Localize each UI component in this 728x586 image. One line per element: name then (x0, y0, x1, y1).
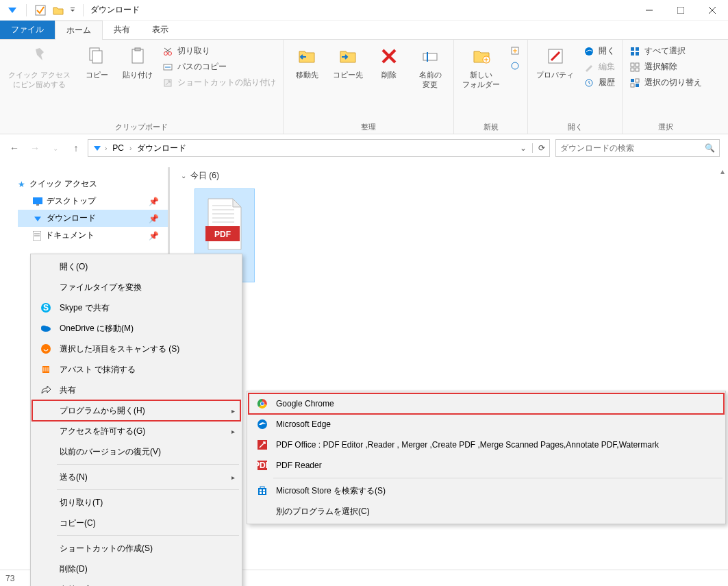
move-to-button[interactable]: 移動先 (288, 42, 326, 82)
recent-dropdown[interactable]: ⌄ (49, 145, 62, 152)
svg-rect-7 (92, 51, 102, 63)
back-button[interactable]: ← (8, 143, 21, 154)
dropdown-icon[interactable] (68, 2, 77, 19)
pdf-reader-icon: PDF (255, 459, 269, 472)
ctx-app-chrome[interactable]: Google Chrome (249, 393, 724, 414)
separator (57, 535, 239, 536)
ctx-restore-previous[interactable]: 以前のバージョンの復元(V) (32, 441, 240, 462)
tab-home[interactable]: ホーム (55, 21, 103, 40)
copy-button[interactable]: コピー (77, 42, 116, 82)
scissors-icon (162, 46, 173, 57)
nav-item-documents[interactable]: ドキュメント 📌 (18, 227, 170, 244)
breadcrumb[interactable]: › PC › ダウンロード ⌄ ⟳ (88, 139, 550, 157)
history-button[interactable]: 履歴 (581, 75, 618, 90)
skype-icon: S (39, 301, 53, 315)
copy-to-button[interactable]: コピー先 (329, 42, 367, 82)
ctx-send-to[interactable]: 送る(N)▸ (32, 467, 240, 487)
search-icon[interactable]: 🔍 (705, 143, 715, 153)
svg-rect-8 (132, 49, 143, 63)
ctx-app-pdf-office[interactable]: PDF Office : PDF Editor ,Reader , Merger… (249, 435, 724, 455)
ctx-create-shortcut[interactable]: ショートカットの作成(S) (32, 538, 240, 559)
svg-point-11 (168, 51, 172, 55)
history-icon (583, 77, 594, 88)
document-icon (33, 231, 41, 241)
ribbon-tabs: ファイル ホーム 共有 表示 (0, 21, 728, 40)
maximize-button[interactable] (665, 0, 696, 21)
select-all-button[interactable]: すべて選択 (627, 44, 705, 58)
search-box[interactable]: 🔍 (555, 139, 720, 157)
select-none-button[interactable]: 選択解除 (627, 60, 705, 74)
tab-share[interactable]: 共有 (103, 21, 141, 39)
new-item-button[interactable] (507, 44, 523, 58)
group-label: クリップボード (4, 121, 279, 132)
copy-path-button[interactable]: パスのコピー (160, 60, 279, 74)
breadcrumb-item[interactable]: ダウンロード (134, 143, 189, 154)
minimize-button[interactable] (633, 0, 665, 21)
refresh-icon[interactable]: ⟳ (532, 143, 545, 153)
scroll-up-icon[interactable]: ▴ (717, 164, 728, 178)
properties-button[interactable]: プロパティ (532, 42, 578, 82)
svg-rect-30 (636, 47, 639, 51)
forward-button[interactable]: → (29, 143, 41, 154)
ctx-app-edge[interactable]: Microsoft Edge (249, 414, 724, 435)
ctx-skype-share[interactable]: SSkype で共有 (32, 297, 240, 318)
ctx-change-filetype[interactable]: ファイルタイプを変換 (32, 277, 240, 297)
folder-icon[interactable] (50, 2, 66, 19)
down-arrow-icon[interactable] (4, 2, 21, 19)
ctx-give-access[interactable]: アクセスを許可する(G)▸ (32, 421, 240, 441)
easy-access-icon (510, 60, 520, 71)
separator (273, 478, 723, 478)
new-folder-button[interactable]: 新しい フォルダー (458, 42, 504, 93)
edit-button[interactable]: 編集 (581, 60, 618, 74)
ctx-rename[interactable]: 名前の変更(M) (32, 579, 240, 586)
invert-selection-button[interactable]: 選択の切り替え (627, 75, 705, 90)
nav-item-downloads[interactable]: ダウンロード 📌 (18, 210, 170, 227)
ctx-choose-another[interactable]: 別のプログラムを選択(C) (249, 501, 724, 522)
up-button[interactable]: ↑ (70, 143, 82, 154)
pin-to-quick-access-button[interactable]: クイック アクセス にピン留めする (4, 42, 75, 93)
svg-rect-71 (260, 487, 264, 489)
delete-button[interactable]: 削除 (370, 42, 408, 82)
close-button[interactable] (696, 0, 728, 21)
search-input[interactable] (560, 143, 705, 153)
nav-item-desktop[interactable]: デスクトップ 📌 (18, 193, 170, 210)
ctx-scan-selected[interactable]: 選択した項目をスキャンする (S) (32, 339, 240, 359)
svg-rect-33 (631, 63, 634, 66)
ribbon-group-clipboard: クイック アクセス にピン留めする コピー 貼り付け 切り取り パスのコピー (0, 40, 284, 134)
ctx-share[interactable]: 共有 (32, 380, 240, 400)
chevron-right-icon[interactable]: › (129, 145, 131, 152)
ctx-avast-shred[interactable]: アバスト で抹消する (32, 359, 240, 380)
ctx-open[interactable]: 開く(O) (32, 256, 240, 277)
open-button[interactable]: 開く (581, 44, 618, 58)
ctx-open-with[interactable]: プログラムから開く(H)▸ (32, 400, 240, 421)
svg-point-57 (41, 344, 51, 354)
tab-file[interactable]: ファイル (0, 21, 55, 39)
ctx-copy[interactable]: コピー(C) (32, 513, 240, 533)
svg-rect-32 (636, 52, 639, 56)
chevron-right-icon[interactable]: › (105, 145, 107, 152)
quick-access-header[interactable]: ★ クイック アクセス (18, 175, 170, 193)
paste-shortcut-button[interactable]: ショートカットの貼り付け (160, 75, 279, 90)
pin-icon: 📌 (149, 197, 159, 206)
nav-arrows: ← → ⌄ ↑ (8, 143, 82, 154)
new-item-icon (510, 45, 520, 56)
svg-rect-73 (263, 489, 265, 491)
ctx-delete[interactable]: 削除(D) (32, 559, 240, 579)
cut-button[interactable]: 切り取り (160, 44, 279, 58)
easy-access-button[interactable] (507, 59, 523, 73)
tab-view[interactable]: 表示 (141, 21, 179, 39)
pdf-file-icon: PDF (196, 192, 253, 258)
paste-button[interactable]: 貼り付け (118, 42, 157, 82)
svg-rect-41 (33, 197, 42, 204)
svg-point-10 (164, 51, 168, 55)
checkbox-icon[interactable] (32, 2, 49, 19)
ctx-cut[interactable]: 切り取り(T) (32, 492, 240, 513)
group-header-today[interactable]: ⌄ 今日 (6) (181, 167, 717, 184)
ctx-app-pdf-reader[interactable]: PDF PDF Reader (249, 455, 724, 476)
rename-button[interactable]: 名前の 変更 (411, 42, 449, 93)
ctx-onedrive-move[interactable]: OneDrive に移動(M) (32, 318, 240, 339)
dropdown-icon[interactable]: ⌄ (520, 143, 527, 153)
svg-rect-31 (631, 52, 634, 56)
ctx-search-store[interactable]: Microsoft Store を検索する(S) (249, 480, 724, 501)
breadcrumb-item[interactable]: PC (110, 143, 127, 153)
